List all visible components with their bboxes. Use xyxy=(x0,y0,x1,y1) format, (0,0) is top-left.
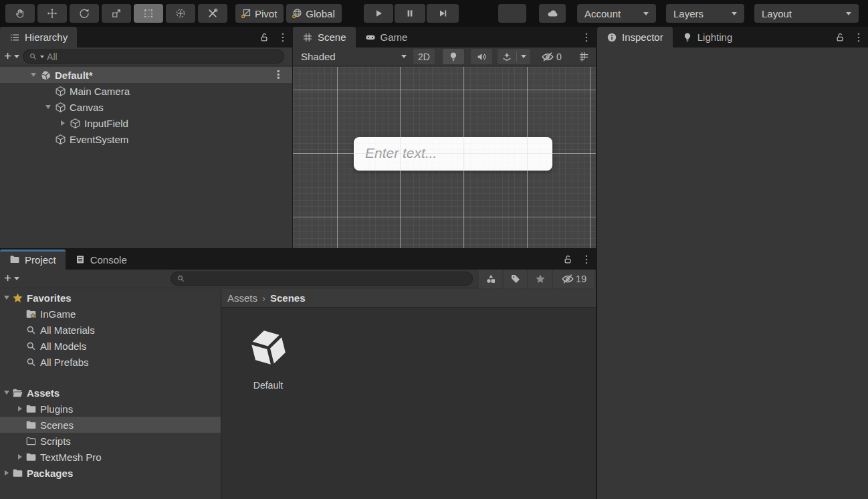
speaker-icon xyxy=(476,52,487,62)
rotate-tool-button[interactable] xyxy=(70,4,99,23)
rect-tool-button[interactable] xyxy=(134,4,163,23)
project-item-textmesh-pro[interactable]: TextMesh Pro xyxy=(0,449,221,465)
hierarchy-item-canvas[interactable]: Canvas xyxy=(0,99,292,115)
expander-down-icon[interactable] xyxy=(4,391,9,395)
draw-mode-dropdown[interactable]: Shaded xyxy=(296,49,411,65)
folder-open-icon xyxy=(12,387,23,399)
expander-down-icon[interactable] xyxy=(45,105,51,109)
global-toggle[interactable]: Global xyxy=(286,4,341,23)
scene-visibility-toggle[interactable]: 0 xyxy=(537,49,566,64)
expander-down-icon[interactable] xyxy=(4,296,9,300)
kebab-menu-icon[interactable]: ⋮ xyxy=(577,27,596,47)
project-item-all-models[interactable]: All Models xyxy=(0,338,221,354)
lock-icon[interactable] xyxy=(255,27,274,47)
tab-lighting[interactable]: Lighting xyxy=(673,27,742,47)
star-icon xyxy=(12,292,23,304)
tab-hierarchy[interactable]: Hierarchy xyxy=(0,27,77,47)
folder-outline-icon xyxy=(25,435,37,447)
search-filter-caret-icon xyxy=(40,56,44,58)
pivot-toggle[interactable]: Pivot xyxy=(235,4,284,23)
project-item-label: Scripts xyxy=(40,435,71,447)
project-item-favorites[interactable]: Favorites xyxy=(0,290,221,306)
create-asset-button[interactable]: + xyxy=(4,273,19,284)
expander-down-icon[interactable] xyxy=(31,73,36,77)
expander-right-icon[interactable] xyxy=(18,454,22,460)
project-item-packages[interactable]: Packages xyxy=(0,465,221,481)
scene-audio-toggle[interactable] xyxy=(471,49,492,64)
folder-icon xyxy=(12,468,23,479)
item-menu-icon[interactable]: ⋮ xyxy=(273,70,284,80)
account-dropdown[interactable]: Account xyxy=(577,4,656,23)
scale-tool-button[interactable] xyxy=(102,4,131,23)
expander-right-icon[interactable] xyxy=(5,470,9,476)
layout-dropdown[interactable]: Layout xyxy=(754,4,859,23)
2d-toggle[interactable]: 2D xyxy=(413,49,435,64)
layers-label: Layers xyxy=(673,8,703,19)
project-item-ingame[interactable]: InGame xyxy=(0,306,221,322)
pivot-icon xyxy=(241,8,251,19)
hierarchy-item-label: InputField xyxy=(84,118,128,129)
expander-right-icon[interactable] xyxy=(18,406,22,411)
folder-star-icon xyxy=(25,308,37,320)
effects-dropdown[interactable] xyxy=(498,49,530,64)
project-item-plugins[interactable]: Plugins xyxy=(0,401,221,417)
global-label: Global xyxy=(306,8,334,19)
hand-tool-button[interactable] xyxy=(5,4,35,23)
step-icon xyxy=(437,8,448,19)
move-tool-button[interactable] xyxy=(37,4,67,23)
account-label: Account xyxy=(584,8,621,19)
search-by-label-button[interactable] xyxy=(504,270,527,288)
effects-icon xyxy=(502,52,512,62)
project-item-all-prefabs[interactable]: All Prefabs xyxy=(0,354,221,370)
transform-tool-button[interactable] xyxy=(166,4,195,23)
cloud-button[interactable] xyxy=(539,4,566,23)
search-by-type-button[interactable] xyxy=(479,270,502,288)
inspector-tab-label: Inspector xyxy=(622,31,663,43)
step-button[interactable] xyxy=(427,4,459,23)
project-item-label: TextMesh Pro xyxy=(40,452,102,463)
expander-right-icon[interactable] xyxy=(61,120,65,126)
custom-tools-button[interactable] xyxy=(198,4,227,23)
project-item-scripts[interactable]: Scripts xyxy=(0,433,221,449)
tab-game[interactable]: Game xyxy=(356,27,417,47)
grid-settings-button[interactable] xyxy=(571,49,592,64)
project-item-label: Plugins xyxy=(40,403,73,415)
canvas-input-field[interactable]: Enter text... xyxy=(354,137,552,171)
asset-item-default[interactable]: Default xyxy=(235,325,302,391)
lock-icon[interactable] xyxy=(558,250,577,270)
hierarchy-item-eventsystem[interactable]: EventSystem xyxy=(0,131,292,147)
hierarchy-search-input[interactable]: All xyxy=(23,49,284,64)
hierarchy-item-main-camera[interactable]: Main Camera xyxy=(0,83,292,99)
tab-inspector[interactable]: Inspector xyxy=(597,27,673,47)
hierarchy-item-default[interactable]: Default*⋮ xyxy=(0,67,292,83)
create-object-button[interactable]: + xyxy=(4,51,19,62)
kebab-menu-icon[interactable]: ⋮ xyxy=(274,27,292,47)
favorites-filter-button[interactable] xyxy=(528,270,552,288)
search-icon xyxy=(29,52,37,61)
play-button[interactable] xyxy=(364,4,393,23)
rect-tool-icon xyxy=(143,8,154,19)
console-tab-label: Console xyxy=(90,254,127,266)
hierarchy-search-placeholder: All xyxy=(47,52,58,62)
project-item-assets[interactable]: Assets xyxy=(0,385,221,401)
breadcrumb-root[interactable]: Assets xyxy=(227,292,257,304)
project-item-scenes[interactable]: Scenes xyxy=(0,417,221,433)
custom-tools-icon xyxy=(207,8,218,19)
scene-viewport[interactable]: Enter text... xyxy=(293,67,596,248)
hierarchy-item-inputfield[interactable]: InputField xyxy=(0,115,292,131)
project-visibility-toggle[interactable]: 19 xyxy=(553,270,594,288)
empty-toolbar-button[interactable] xyxy=(498,4,526,23)
project-item-all-materials[interactable]: All Materials xyxy=(0,322,221,338)
project-search-input[interactable] xyxy=(171,272,473,286)
scene-lighting-toggle[interactable] xyxy=(443,49,464,64)
gamepad-icon xyxy=(365,32,376,43)
pause-button[interactable] xyxy=(395,4,425,23)
asset-grid: Default xyxy=(221,308,596,391)
tab-scene[interactable]: Scene xyxy=(293,27,356,47)
kebab-menu-icon[interactable]: ⋮ xyxy=(577,250,596,270)
tab-console[interactable]: Console xyxy=(66,250,136,270)
tab-project[interactable]: Project xyxy=(0,250,66,270)
lock-icon[interactable] xyxy=(831,27,849,47)
layers-dropdown[interactable]: Layers xyxy=(666,4,744,23)
kebab-menu-icon[interactable]: ⋮ xyxy=(849,27,868,47)
